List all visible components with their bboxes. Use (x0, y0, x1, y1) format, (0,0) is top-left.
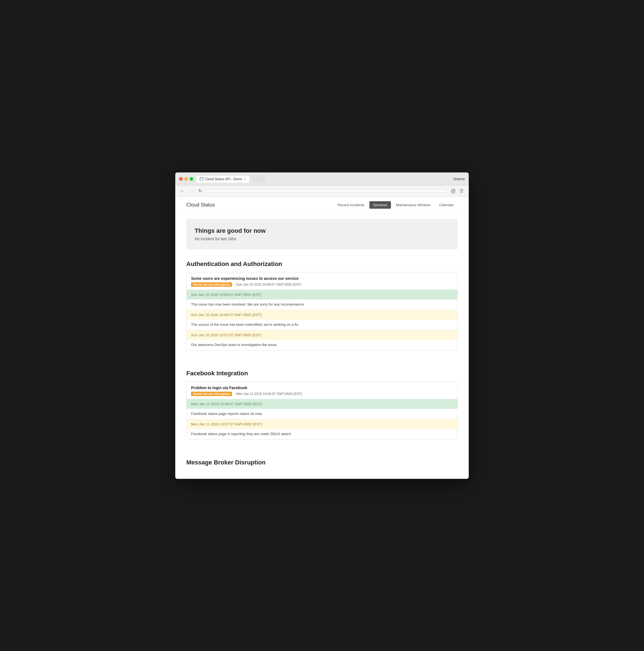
browser-titlebar: 📄 Cloud Status API - Demo × Shairon (175, 173, 469, 185)
fb-incident-title: Problem to login via Facebook (191, 385, 453, 390)
auth-update-1-header: Sun Jan 10 2016 10:09:07 GMT-0500 (EST) (187, 290, 457, 300)
tab-recent-incidents[interactable]: Recent Incidents (334, 201, 368, 209)
auth-update-3: Sun Jan 10 2016 10:07:07 GMT-0500 (EST) … (187, 330, 457, 350)
auth-section: Authentication and Authorization Some us… (175, 255, 469, 364)
hero-section: Things are good for now No incident for … (186, 219, 458, 249)
maximize-button[interactable] (190, 177, 193, 181)
menu-icon[interactable]: ☰ (458, 188, 465, 194)
broker-section: Message Broker Disruption (175, 454, 469, 479)
fb-update-1: Mon Jan 11 2016 10:09:07 GMT-0500 (EST) … (187, 399, 457, 419)
browser-window: 📄 Cloud Status API - Demo × Shairon ← → … (175, 173, 469, 479)
minimize-button[interactable] (184, 177, 188, 181)
fb-incident-meta: Partial Service Disruption - Mon Jan 11 … (191, 392, 453, 396)
tab-close-button[interactable]: × (244, 177, 246, 181)
brand-name: Cloud Status (186, 202, 215, 208)
new-tab-area (251, 175, 265, 183)
auth-incident-title: Some users are experiencing issues to ac… (191, 276, 453, 281)
toolbar-icons: ☰ (450, 188, 465, 194)
window-controls (179, 177, 193, 181)
hero-title: Things are good for now (195, 227, 449, 235)
auth-update-2: Sun Jan 10 2016 10:08:07 GMT-0500 (EST) … (187, 310, 457, 330)
facebook-section: Facebook Integration Problem to login vi… (175, 364, 469, 454)
close-button[interactable] (179, 177, 183, 181)
tab-favicon: 📄 (200, 177, 204, 181)
fb-update-2: Mon Jan 11 2016 10:07:07 GMT-0500 (EST) … (187, 419, 457, 439)
browser-tab[interactable]: 📄 Cloud Status API - Demo × (196, 175, 250, 183)
page-header: Cloud Status Recent Incidents Services M… (175, 197, 469, 213)
fb-badge: Partial Service Disruption (191, 392, 232, 396)
auth-update-2-body: The source of the issue has been indenti… (187, 320, 457, 330)
auth-update-3-body: Our awesome DevOps team is investigation… (187, 340, 457, 350)
fb-update-1-header: Mon Jan 11 2016 10:09:07 GMT-0500 (EST) (187, 399, 457, 409)
auth-incident-date: - Sun Jan 10 2016 10:06:07 GMT-0500 (EST… (234, 283, 302, 286)
tab-bar: 📄 Cloud Status API - Demo × (196, 175, 451, 183)
page-content: Cloud Status Recent Incidents Services M… (175, 197, 469, 479)
fb-incident-card: Problem to login via Facebook Partial Se… (186, 381, 458, 439)
address-bar[interactable] (206, 190, 448, 192)
shield-icon (450, 188, 457, 194)
auth-update-1-body: This issue has now been resolved. We are… (187, 300, 457, 310)
fb-incident-date: - Mon Jan 11 2016 10:06:07 GMT-0500 (EST… (234, 392, 302, 396)
auth-incident-card: Some users are experiencing issues to ac… (186, 272, 458, 350)
browser-toolbar: ← → ↻ ☰ (175, 185, 469, 197)
forward-button[interactable]: → (188, 188, 195, 194)
auth-update-3-header: Sun Jan 10 2016 10:07:07 GMT-0500 (EST) (187, 330, 457, 340)
fb-update-2-header: Mon Jan 11 2016 10:07:07 GMT-0500 (EST) (187, 419, 457, 429)
auth-update-1: Sun Jan 10 2016 10:09:07 GMT-0500 (EST) … (187, 289, 457, 310)
fb-incident-header: Problem to login via Facebook Partial Se… (187, 382, 457, 399)
back-button[interactable]: ← (179, 188, 186, 194)
nav-tabs: Recent Incidents Services Maintenance Wi… (334, 201, 458, 209)
fb-update-2-body: Facebook status page is reporting they a… (187, 429, 457, 439)
auth-section-title: Authentication and Authorization (186, 260, 458, 268)
auth-incident-header: Some users are experiencing issues to ac… (187, 272, 457, 289)
hero-subtitle: No incident for last 24hs (195, 237, 449, 241)
tab-title: Cloud Status API - Demo (205, 177, 242, 181)
auth-badge: Partial Service Disruption (191, 282, 232, 287)
tab-maintenance-window[interactable]: Maintenance Window (392, 201, 434, 209)
tab-calendar[interactable]: Calendar (435, 201, 458, 209)
auth-update-2-header: Sun Jan 10 2016 10:08:07 GMT-0500 (EST) (187, 310, 457, 320)
broker-section-title: Message Broker Disruption (186, 459, 458, 466)
tab-services[interactable]: Services (369, 201, 391, 209)
user-label: Shairon (454, 177, 465, 181)
auth-incident-meta: Partial Service Disruption - Sun Jan 10 … (191, 282, 453, 287)
refresh-button[interactable]: ↻ (197, 188, 204, 194)
facebook-section-title: Facebook Integration (186, 370, 458, 377)
fb-update-1-body: Facebook status page reports status ok n… (187, 409, 457, 419)
